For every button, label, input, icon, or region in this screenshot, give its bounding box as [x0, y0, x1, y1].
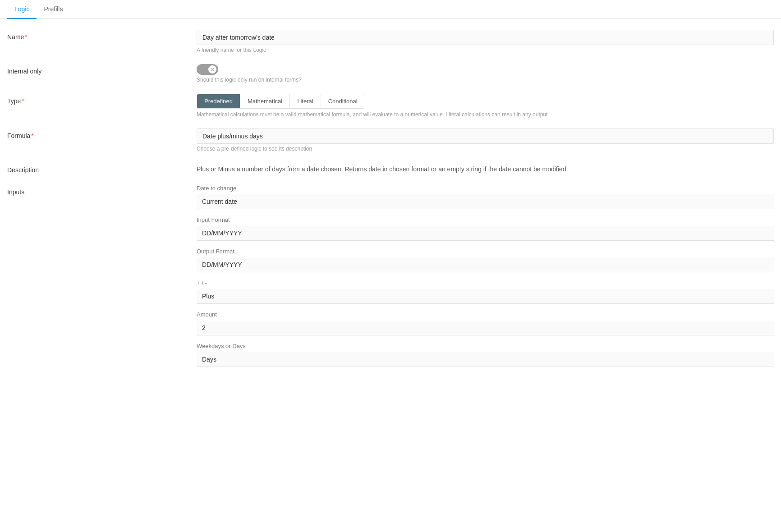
name-hint: A friendly name for this Logic — [197, 47, 774, 53]
tabs-bar: Logic Prefills — [0, 0, 781, 19]
internal-only-label: Internal only — [7, 64, 197, 75]
input-label-plus-minus: + / - — [197, 280, 774, 286]
type-row: Type* Predefined Mathematical Literal Co… — [7, 94, 774, 118]
input-label-input-format: Input Format — [197, 216, 774, 223]
input-section-amount: Amount — [197, 311, 774, 335]
tab-logic[interactable]: Logic — [7, 0, 37, 19]
inputs-row: Inputs Date to change Input Format Outpu… — [7, 185, 774, 374]
type-hint: Mathematical calculations must be a vali… — [197, 111, 774, 118]
name-input[interactable] — [197, 30, 774, 45]
input-amount[interactable] — [197, 321, 774, 335]
toggle-wrapper: ✕ — [197, 64, 774, 75]
tab-prefills[interactable]: Prefills — [37, 0, 70, 19]
type-buttons-group: Predefined Mathematical Literal Conditio… — [197, 94, 365, 109]
formula-hint: Choose a pre-defined logic to see its de… — [197, 146, 774, 152]
description-label: Description — [7, 163, 197, 174]
type-btn-literal[interactable]: Literal — [290, 94, 321, 108]
input-section-date-to-change: Date to change — [197, 185, 774, 209]
input-plus-minus[interactable] — [197, 289, 774, 304]
input-output-format[interactable] — [197, 257, 774, 272]
formula-row: Formula* Choose a pre-defined logic to s… — [7, 128, 774, 152]
input-weekdays-or-days[interactable] — [197, 352, 774, 367]
name-row: Name* A friendly name for this Logic — [7, 30, 774, 53]
input-section-input-format: Input Format — [197, 216, 774, 241]
input-date-to-change[interactable] — [197, 194, 774, 209]
name-label: Name* — [7, 30, 197, 41]
type-btn-predefined[interactable]: Predefined — [197, 94, 240, 108]
input-input-format[interactable] — [197, 226, 774, 241]
type-required: * — [22, 97, 24, 105]
type-btn-mathematical[interactable]: Mathematical — [240, 94, 290, 108]
name-required: * — [25, 33, 27, 41]
inputs-label: Inputs — [7, 185, 197, 196]
name-control: A friendly name for this Logic — [197, 30, 774, 53]
input-label-weekdays-or-days: Weekdays or Days — [197, 343, 774, 349]
formula-required: * — [31, 132, 33, 139]
internal-only-hint: Should this logic only run on internal f… — [197, 77, 774, 83]
internal-only-toggle[interactable]: ✕ — [197, 64, 218, 75]
internal-only-row: Internal only ✕ Should this logic only r… — [7, 64, 774, 83]
internal-only-control: ✕ Should this logic only run on internal… — [197, 64, 774, 83]
type-control: Predefined Mathematical Literal Conditio… — [197, 94, 774, 118]
form-content: Name* A friendly name for this Logic Int… — [0, 19, 781, 396]
formula-label: Formula* — [7, 128, 197, 139]
input-section-plus-minus: + / - — [197, 280, 774, 304]
type-btn-conditional[interactable]: Conditional — [321, 94, 365, 108]
input-label-output-format: Output Format — [197, 248, 774, 255]
input-label-date-to-change: Date to change — [197, 185, 774, 192]
input-section-output-format: Output Format — [197, 248, 774, 272]
formula-control: Choose a pre-defined logic to see its de… — [197, 128, 774, 152]
description-row: Description Plus or Minus a number of da… — [7, 163, 774, 174]
type-label: Type* — [7, 94, 197, 105]
formula-input[interactable] — [197, 128, 774, 144]
description-text: Plus or Minus a number of days from a da… — [197, 163, 774, 174]
description-control: Plus or Minus a number of days from a da… — [197, 163, 774, 174]
input-section-weekdays-or-days: Weekdays or Days — [197, 343, 774, 367]
toggle-thumb: ✕ — [208, 65, 216, 73]
input-label-amount: Amount — [197, 311, 774, 318]
inputs-control: Date to change Input Format Output Forma… — [197, 185, 774, 374]
